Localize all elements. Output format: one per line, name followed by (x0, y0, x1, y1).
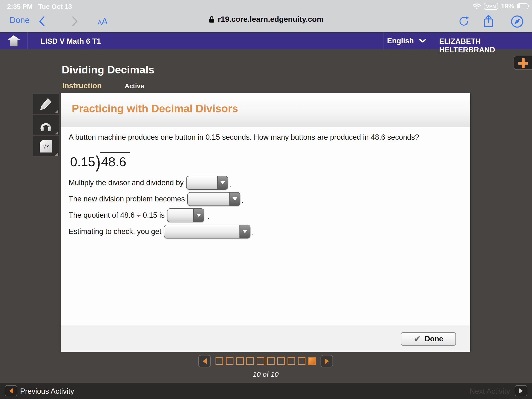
dropdown-arrow-icon (240, 225, 250, 238)
clock-date: Tue Oct 13 (38, 3, 72, 11)
status-bar: 2:35 PM Tue Oct 13 VPN 19% (0, 0, 532, 11)
prompt-text: The quotient of 48.6 ÷ 0.15 is (69, 211, 165, 220)
prompt-row: Multiply the divisor and dividend by . (69, 175, 231, 190)
division-bracket: ) (96, 152, 101, 171)
page-square-6[interactable] (267, 357, 275, 365)
check-icon: ✔ (414, 334, 421, 344)
next-activity-label: Next Activity (469, 387, 510, 396)
arrow-right-icon (519, 388, 523, 393)
prompt-suffix: . (229, 180, 231, 190)
pagination: 10 of 10 (61, 355, 470, 378)
activity-heading: Practicing with Decimal Divisors (72, 102, 238, 115)
home-button[interactable] (0, 32, 28, 49)
corner-fold (55, 110, 58, 113)
tab-instruction[interactable]: Instruction (62, 81, 102, 90)
lesson-title: Dividing Decimals (62, 64, 155, 76)
vpn-badge: VPN (484, 3, 498, 10)
arrow-left-icon (9, 388, 13, 394)
answer-dropdown-2[interactable] (187, 192, 241, 206)
card-header: Practicing with Decimal Divisors (61, 93, 470, 127)
status-left: 2:35 PM Tue Oct 13 (7, 3, 72, 11)
answer-dropdown-1[interactable] (186, 176, 228, 190)
tab-active[interactable]: Active (125, 82, 144, 90)
activity-card: Practicing with Decimal Divisors A butto… (61, 93, 470, 352)
prompt-suffix: . (251, 229, 253, 239)
page-square-2[interactable] (226, 357, 234, 365)
user-name: ELIZABETH HELTERBRAND (439, 37, 532, 54)
dropdown-arrow-icon (193, 209, 204, 222)
lms-header: LISD V Math 6 T1 English ELIZABETH HELTE… (0, 32, 532, 49)
page-square-9[interactable] (298, 357, 305, 365)
pagination-next-button[interactable] (321, 355, 333, 367)
tabs-compass-icon[interactable] (510, 15, 524, 28)
battery-icon (517, 3, 528, 9)
prompt-suffix: . (205, 212, 209, 223)
next-activity-button[interactable] (515, 385, 527, 396)
calculator-tool-button[interactable]: √x (33, 136, 59, 156)
prompt-text: Multiply the divisor and dividend by (69, 178, 184, 187)
address-bar[interactable]: r19.core.learn.edgenuity.com (208, 15, 323, 24)
page-square-3[interactable] (236, 357, 244, 365)
previous-activity-label[interactable]: Previous Activity (20, 387, 74, 396)
long-division-expression: 0.15 ) 48.6 (70, 152, 130, 169)
course-title: LISD V Math 6 T1 (41, 37, 101, 46)
url-text: r19.core.learn.edgenuity.com (218, 15, 323, 24)
status-right: VPN 19% (472, 2, 528, 10)
prompt-text: The new division problem becomes (69, 195, 185, 203)
divisor: 0.15 (70, 152, 95, 169)
corner-fold (55, 131, 58, 134)
answer-dropdown-4[interactable] (164, 225, 250, 239)
question-text: A button machine produces one button in … (69, 133, 419, 142)
prompt-text: Estimating to check, you get (69, 227, 161, 236)
page-count-label: 10 of 10 (253, 370, 279, 378)
activity-nav-bar: Previous Activity Next Activity (0, 383, 532, 399)
lock-icon (208, 15, 215, 23)
prompt-suffix: . (241, 196, 244, 207)
prompt-row: The quotient of 48.6 ÷ 0.15 is . (69, 208, 209, 223)
arrow-left-icon (203, 358, 207, 364)
safari-done-button[interactable]: Done (10, 15, 30, 25)
page-square-10[interactable] (308, 357, 316, 365)
home-icon (7, 35, 20, 46)
corner-fold (55, 152, 58, 156)
language-select[interactable]: English (383, 32, 430, 49)
language-label: English (387, 37, 414, 45)
pagination-prev-button[interactable] (198, 355, 211, 367)
audio-tool-button[interactable] (33, 115, 59, 135)
answer-dropdown-3[interactable] (167, 208, 204, 222)
tool-sidebar: √x (33, 94, 59, 156)
page-square-5[interactable] (257, 357, 264, 365)
page-square-7[interactable] (277, 357, 285, 365)
battery-percent: 19% (501, 2, 514, 10)
page-square-4[interactable] (246, 357, 254, 365)
clock-time: 2:35 PM (7, 3, 32, 11)
lesson-tabs: Instruction Active (62, 81, 144, 90)
highlighter-tool-button[interactable] (33, 94, 59, 114)
card-footer: ✔ Done (61, 326, 470, 352)
arrow-right-icon (325, 358, 329, 364)
browser-chrome: 2:35 PM Tue Oct 13 VPN 19% Done AA (0, 0, 532, 32)
page-square-1[interactable] (215, 357, 223, 365)
back-icon[interactable] (39, 16, 45, 26)
page-square-8[interactable] (288, 357, 295, 365)
share-icon[interactable] (483, 14, 494, 28)
done-button[interactable]: ✔ Done (401, 332, 456, 346)
reader-view-button[interactable]: AA (98, 16, 108, 26)
prompt-row: The new division problem becomes . (69, 191, 244, 207)
prompt-row: Estimating to check, you get . (69, 224, 253, 239)
headphones-icon (39, 119, 53, 132)
safari-toolbar: Done AA r19.core.learn.edgenuity.com (0, 11, 532, 32)
forward-icon[interactable] (72, 16, 78, 26)
chevron-down-icon (419, 39, 426, 43)
pencil-icon (39, 97, 52, 110)
dropdown-arrow-icon (217, 176, 228, 189)
reload-icon[interactable] (458, 16, 469, 28)
dropdown-arrow-icon (229, 193, 240, 205)
pagination-squares (215, 357, 316, 365)
wifi-icon (472, 3, 481, 10)
dividend: 48.6 (100, 152, 130, 169)
sqrt-icon: √x (40, 140, 52, 153)
zoom-plus-button[interactable] (513, 56, 532, 70)
previous-activity-button[interactable] (5, 385, 17, 396)
